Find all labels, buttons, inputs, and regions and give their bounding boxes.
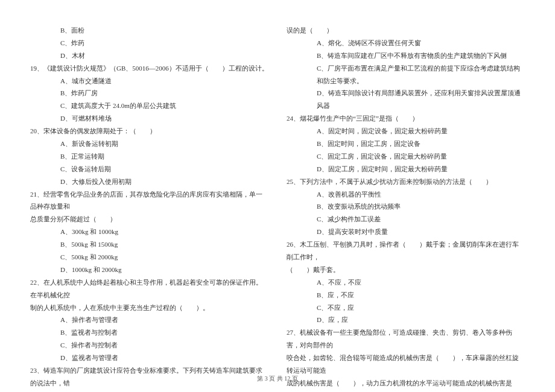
q22-stem-line1: 22、在人机系统中人始终起着核心和主导作用，机器起着安全可靠的保证作用。在半机械… [30,276,268,302]
q22-stem-line2: 制的人机系统中，人在系统中主要充当生产过程的（ ）。 [30,302,268,314]
page-columns: B、面粉 C、炸药 D、木材 19、《建筑设计防火规范》（GB、50016—20… [30,24,525,362]
q20-opt-c: C、设备运转后期 [30,163,268,175]
q22-opt-b: B、监视者与控制者 [30,326,268,339]
q21-opt-c: C、500kg 和 2000kg [30,251,268,264]
q20-opt-a: A、新设备运转初期 [30,138,268,150]
q22-opt-d: D、监视者与管理者 [30,352,268,364]
q21-opt-d: D、1000kg 和 2000kg [30,264,268,276]
q27-stem-line2: 咬合处，如齿轮、混合辊等可能造成的机械伤害是（ ），车床暴露的丝杠旋转运动可能造 [287,352,525,377]
q20-opt-d: D、大修后投入使用初期 [30,175,268,188]
q25-stem: 25、下列方法中，不属于从减少扰动方面来控制振动的方法是（ ） [287,175,525,188]
q25-opt-c: C、减少构件加工误差 [287,213,525,226]
q25-opt-d: D、提高安装时对中质量 [287,226,525,238]
q26-opt-c: C、不应，应 [287,302,525,314]
q19-opt-c: C、建筑高度大于 24.0m的单层公共建筑 [30,100,268,112]
q25-opt-a: A、改善机器的平衡性 [287,188,525,201]
q23-stem-cont: 误的是（ ） [287,24,525,37]
q23-opt-b: B、铸造车间应建在厂区中不释放有害物质的生产建筑物的下风侧 [287,49,525,62]
q19-opt-b: B、炸药厂房 [30,87,268,100]
q20-stem: 20、宋体设备的偶发故障期处于：（ ） [30,125,268,138]
q21-opt-b: B、500kg 和 1500kg [30,238,268,251]
q26-opt-b: B、应，不应 [287,289,525,302]
q26-stem-line2: （ ）戴手套。 [287,264,525,276]
q24-opt-b: B、固定时间，固定工房，固定设备 [287,138,525,150]
q26-opt-d: D、应，应 [287,314,525,326]
q24-opt-c: C、固定工房，固定设备，固定最大粉碎药量 [287,150,525,163]
q26-opt-a: A、不应，不应 [287,276,525,289]
q18-opt-b: B、面粉 [30,24,268,37]
q24-opt-d: D、固定工房，固定时间，固定最大粉碎药量 [287,163,525,175]
q23-opt-d: D、铸造车间除设计有局部通风装置外，还应利用天窗排风设置屋顶通风器 [287,87,525,112]
q21-opt-a: A、300kg 和 1000kg [30,226,268,238]
q20-opt-b: B、正常运转期 [30,150,268,163]
q26-stem-line1: 26、木工压刨、平刨换刀具时，操作者（ ）戴手套；金属切削车床在进行车削工作时， [287,238,525,264]
q24-opt-a: A、固定时间，固定设备，固定最大粉碎药量 [287,125,525,138]
page-footer: 第 3 页 共 12 页 [0,375,555,383]
q23-opt-c: C、厂房平面布置在满足产量和工艺流程的前提下应综合考虑建筑结构和防尘等要求。 [287,62,525,87]
left-column: B、面粉 C、炸药 D、木材 19、《建筑设计防火规范》（GB、50016—20… [30,24,268,362]
q18-opt-d: D、木材 [30,49,268,62]
q22-opt-c: C、操作者与控制者 [30,339,268,352]
q22-opt-a: A、操作者与管理者 [30,314,268,326]
right-column: 误的是（ ） A、熔化、浇铸区不得设置任何天窗 B、铸造车间应建在厂区中不释放有… [287,24,525,362]
q19-opt-d: D、可燃材料堆场 [30,112,268,125]
q18-opt-c: C、炸药 [30,37,268,49]
q19-stem: 19、《建筑设计防火规范》（GB、50016—2006）不适用于（ ）工程的设计… [30,62,268,75]
q21-stem-line2: 总质量分别不能超过（ ） [30,213,268,226]
q25-opt-b: B、改变振动系统的扰动频率 [287,200,525,213]
q23-opt-a: A、熔化、浇铸区不得设置任何天窗 [287,37,525,49]
q24-stem: 24、烟花爆竹生产中的“三固定”是指（ ） [287,112,525,125]
q27-stem-line1: 27、机械设备有一些主要危险部位，可造成碰撞、夹击、剪切、卷入等多种伤害，对向部… [287,326,525,352]
q19-opt-a: A、城市交通隧道 [30,75,268,87]
q21-stem-line1: 21、经营零售化学品业务的店面，其存放危险化学品的库房应有实墙相隔，单一品种存放… [30,188,268,213]
